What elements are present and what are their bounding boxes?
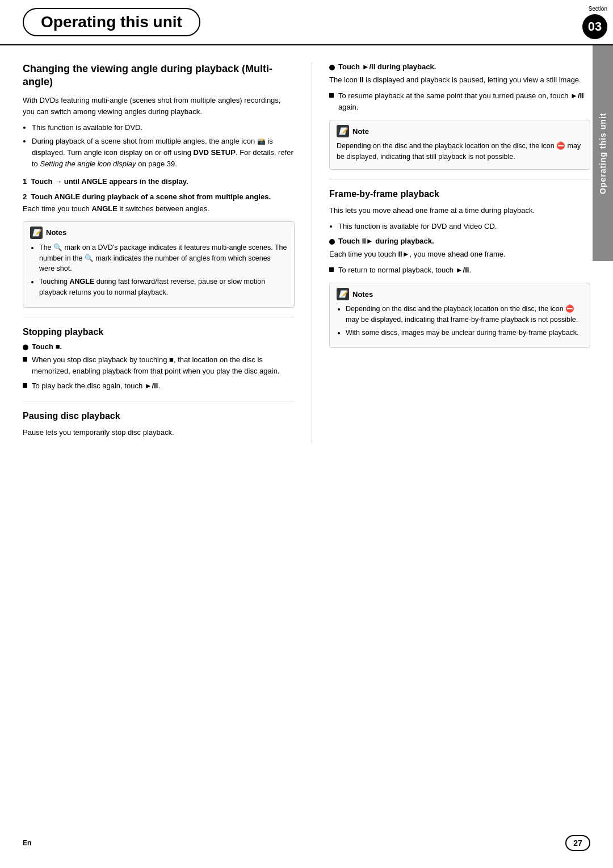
list-item: This function is available for DVD. (32, 122, 295, 133)
list-item: Depending on the disc and the playback l… (346, 304, 583, 325)
step1-heading: 1 Touch → until ANGLE appears in the dis… (23, 177, 295, 186)
pausing-body2: To resume playback at the same point tha… (329, 90, 590, 113)
note-icon2: 📝 (337, 125, 349, 137)
list-item: During playback of a scene shot from mul… (32, 136, 295, 170)
left-column: Changing the viewing angle during playba… (23, 62, 312, 443)
notes-box-title: 📝 Notes (30, 227, 287, 239)
header-section-area: Section 03 (545, 0, 613, 44)
frame-body1: Each time you touch II►, you move ahead … (329, 249, 590, 260)
list-item: The 🔍 mark on a DVD's package indicates … (39, 242, 287, 274)
header-middle (200, 0, 545, 44)
section4-bullets: This function is available for DVD and V… (338, 221, 590, 232)
pausing-body2-text: To resume playback at the same point tha… (338, 90, 590, 113)
stopping-bullet: Touch ■. (23, 342, 295, 351)
stopping-body1: When you stop disc playback by touching … (23, 354, 295, 377)
stopping-body2-text: To play back the disc again, touch ►/II. (32, 380, 160, 392)
section-number: 03 (582, 14, 607, 39)
bullet-circle-icon2 (329, 65, 335, 70)
frame-body2: To return to normal playback, touch ►/II… (329, 265, 590, 276)
section4-heading: Frame-by-frame playback (329, 188, 590, 200)
list-item: This function is available for DVD and V… (338, 221, 590, 232)
square-bullet-icon3 (329, 93, 334, 98)
stopping-body2: To play back the disc again, touch ►/II. (23, 380, 295, 392)
notes-frame-list: Depending on the disc and the playback l… (346, 304, 583, 338)
divider3 (329, 179, 590, 179)
notes-box-section1: 📝 Notes The 🔍 mark on a DVD's package in… (23, 221, 295, 308)
footer-bar: En 27 (0, 835, 613, 851)
side-tab: Operating this unit (593, 45, 613, 261)
footer-lang: En (23, 839, 31, 847)
section2-heading: Stopping playback (23, 326, 295, 338)
stopping-touch-label: Touch ■. (32, 342, 62, 351)
page-wrapper: Operating this unit Section 03 Operating… (0, 0, 613, 868)
note-box-pausing: 📝 Note Depending on the disc and the pla… (329, 120, 590, 170)
note-box-frame-title: 📝 Notes (337, 288, 583, 300)
stopping-body1-text: When you stop disc playback by touching … (32, 354, 295, 377)
notes-list: The 🔍 mark on a DVD's package indicates … (39, 242, 287, 298)
section1-bullets: This function is available for DVD. Duri… (32, 122, 295, 170)
divider2 (23, 401, 295, 401)
note-box-frame: 📝 Notes Depending on the disc and the pl… (329, 283, 590, 347)
main-content: Changing the viewing angle during playba… (0, 45, 613, 460)
note-icon: 📝 (30, 227, 43, 239)
square-bullet-icon2 (23, 383, 27, 388)
step2-heading: 2 Touch ANGLE during playback of a scene… (23, 192, 295, 201)
side-tab-label: Operating this unit (598, 112, 607, 194)
section4-intro: This lets you move ahead one frame at a … (329, 205, 590, 216)
note-pausing-title-text: Note (352, 127, 369, 136)
note-box-pausing-title: 📝 Note (337, 125, 583, 137)
pausing-bullet: Touch ►/II during playback. (329, 62, 590, 71)
note-pausing-body: Depending on the disc and the playback l… (337, 141, 583, 162)
right-column: Touch ►/II during playback. The icon II … (312, 62, 590, 443)
notes-title-text: Notes (46, 228, 66, 237)
top-header: Operating this unit Section 03 (0, 0, 613, 45)
header-title-text: Operating this unit (41, 13, 182, 31)
divider1 (23, 317, 295, 317)
page-number-text: 27 (573, 838, 582, 848)
frame-touch-label: Touch II► during playback. (338, 237, 434, 245)
bullet-circle-icon3 (329, 239, 335, 245)
list-item: Touching ANGLE during fast forward/fast … (39, 276, 287, 298)
bullet-circle-icon (23, 345, 28, 350)
frame-body2-text: To return to normal playback, touch ►/II… (338, 265, 471, 276)
pausing-touch-label: Touch ►/II during playback. (338, 62, 436, 71)
frame-bullet: Touch II► during playback. (329, 237, 590, 245)
page-title: Operating this unit (23, 8, 200, 36)
section3-heading: Pausing disc playback (23, 410, 295, 422)
pausing-body1: The icon II is displayed and playback is… (329, 74, 590, 86)
section1-heading: Changing the viewing angle during playba… (23, 62, 295, 89)
step2-body: Each time you touch ANGLE it switches be… (23, 203, 295, 215)
section1-intro: With DVDs featuring multi-angle (scenes … (23, 95, 295, 118)
list-item: With some discs, images may be unclear d… (346, 328, 583, 338)
footer-page-number: 27 (565, 835, 590, 851)
section3-body: Pause lets you temporarily stop disc pla… (23, 427, 295, 438)
section-label: Section (589, 6, 607, 12)
square-bullet-icon (23, 357, 27, 362)
section-number-text: 03 (588, 19, 602, 34)
note-icon3: 📝 (337, 288, 349, 300)
note-frame-title-text: Notes (352, 290, 373, 299)
square-bullet-icon4 (329, 267, 334, 272)
